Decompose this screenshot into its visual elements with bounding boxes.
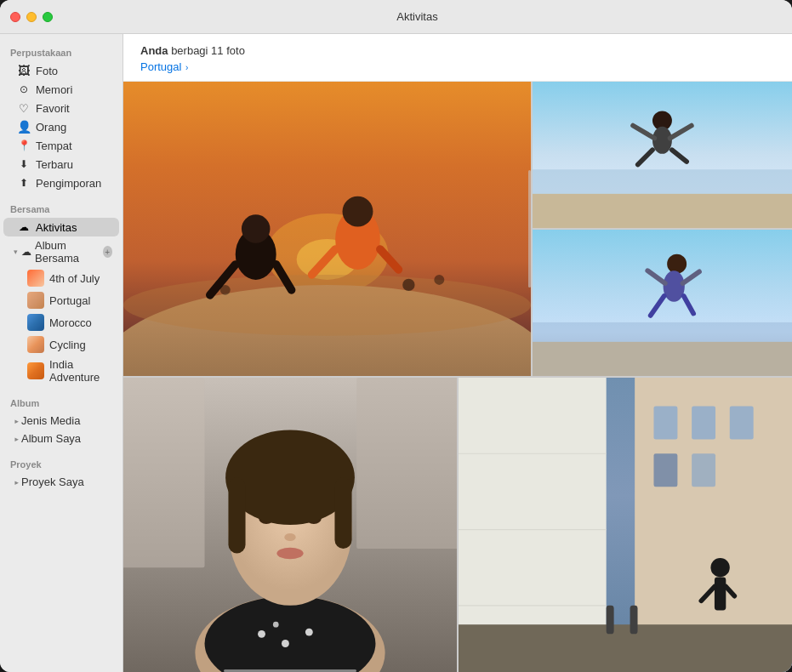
album-thumb-india	[27, 362, 44, 379]
user-name: Anda	[140, 44, 168, 57]
minimize-button[interactable]	[26, 12, 37, 22]
chevron-right-jenis-icon: ▾	[12, 419, 20, 423]
sidebar-item-orang[interactable]: 👤 Orang	[3, 117, 119, 136]
album-item-cycling[interactable]: Cycling	[3, 333, 119, 356]
titlebar: Aktivitas	[0, 0, 792, 34]
svg-rect-60	[607, 606, 614, 634]
album-link-line: Portugal ›	[140, 59, 775, 74]
sidebar-item-memori[interactable]: ⊙ Memori	[3, 80, 119, 99]
add-album-button[interactable]: +	[103, 246, 112, 258]
portrait-svg	[123, 378, 457, 672]
orang-icon: 👤	[17, 120, 31, 134]
album-thumb-portugal	[27, 292, 44, 309]
svg-point-40	[282, 640, 289, 647]
album-july-label: 4th of July	[49, 272, 100, 285]
sidebar-item-tempat[interactable]: 📍 Tempat	[3, 136, 119, 155]
svg-rect-50	[334, 477, 351, 549]
sidebar-item-favorit-label: Favorit	[36, 102, 70, 115]
favorit-icon: ♡	[17, 101, 31, 115]
svg-rect-56	[730, 406, 754, 439]
street-svg	[459, 378, 792, 672]
sidebar-item-memori-label: Memori	[36, 83, 72, 96]
svg-point-15	[220, 285, 231, 295]
photo-portrait[interactable]	[123, 378, 457, 672]
svg-rect-18	[533, 194, 792, 228]
svg-point-4	[123, 275, 531, 336]
svg-rect-63	[715, 577, 726, 610]
svg-point-39	[258, 630, 265, 638]
album-bersama-group[interactable]: ▾ ☁ Album Bersama +	[3, 236, 119, 267]
app-window: Aktivitas Perpustakaan 🖼 Foto ⊙ Memori ♡…	[0, 0, 792, 672]
proyek-section-label: Proyek	[0, 453, 123, 473]
sidebar-item-orang-label: Orang	[36, 121, 66, 134]
album-link[interactable]: Portugal	[140, 60, 181, 73]
photo-dance[interactable]	[123, 82, 531, 376]
svg-rect-59	[459, 624, 792, 672]
perpustakaan-section-label: Perpustakaan	[0, 41, 123, 61]
album-section-label: Album	[0, 391, 123, 412]
album-item-india[interactable]: India Adventure	[3, 356, 119, 386]
album-cycling-label: Cycling	[49, 339, 86, 351]
svg-point-14	[434, 275, 444, 285]
sidebar-item-aktivitas[interactable]: ☁ Aktivitas	[3, 218, 119, 236]
svg-point-42	[273, 622, 279, 628]
sidebar-item-terbaru[interactable]: ⬇ Terbaru	[3, 155, 119, 174]
chevron-right-proyek-icon: ▾	[12, 480, 20, 484]
album-bersama-icon: ☁	[21, 246, 31, 258]
svg-point-10	[343, 196, 373, 227]
dance-svg	[123, 82, 531, 376]
album-item-morocco[interactable]: Morocco	[3, 311, 119, 333]
svg-point-13	[402, 279, 414, 291]
activity-user-line: Anda berbagi 11 foto	[140, 44, 775, 57]
svg-rect-27	[533, 342, 792, 376]
album-morocco-label: Morocco	[49, 316, 92, 329]
album-thumb-cycling	[27, 336, 44, 353]
sidebar-item-pengimporan[interactable]: ⬆ Pengimporan	[3, 174, 119, 192]
proyek-saya-group[interactable]: ▾ Proyek Saya	[3, 473, 119, 491]
svg-point-47	[276, 548, 303, 559]
shared-text: berbagi 11 foto	[171, 44, 245, 57]
photo-street[interactable]	[459, 378, 792, 672]
photo-jump2[interactable]	[533, 230, 792, 376]
sidebar-item-foto[interactable]: 🖼 Foto	[3, 61, 119, 80]
main-area: Anda berbagi 11 foto Portugal ›	[123, 34, 792, 672]
main-content: Perpustakaan 🖼 Foto ⊙ Memori ♡ Favorit 👤…	[0, 34, 792, 672]
jenis-media-group[interactable]: ▾ Jenis Media	[3, 412, 119, 430]
svg-rect-61	[630, 606, 638, 634]
album-item-july[interactable]: 4th of July	[3, 267, 119, 289]
album-portugal-label: Portugal	[49, 294, 90, 307]
svg-rect-36	[356, 378, 457, 549]
sidebar-item-terbaru-label: Terbaru	[36, 158, 73, 171]
album-bersama-label: Album Bersama	[35, 239, 100, 265]
sidebar-item-favorit[interactable]: ♡ Favorit	[3, 99, 119, 117]
album-item-portugal[interactable]: Portugal	[3, 289, 119, 311]
traffic-lights	[10, 12, 53, 22]
photo-dance-bg	[123, 82, 531, 376]
album-india-label: India Adventure	[49, 358, 109, 384]
album-saya-group[interactable]: ▾ Album Saya	[3, 430, 119, 447]
svg-rect-55	[692, 406, 715, 439]
window-title: Aktivitas	[53, 10, 782, 23]
svg-point-6	[242, 214, 271, 243]
pengimporan-icon: ⬆	[17, 176, 31, 190]
svg-rect-58	[692, 453, 715, 487]
svg-rect-57	[653, 453, 677, 487]
jenis-media-label: Jenis Media	[21, 414, 80, 427]
sidebar-item-foto-label: Foto	[36, 65, 58, 77]
sidebar: Perpustakaan 🖼 Foto ⊙ Memori ♡ Favorit 👤…	[0, 34, 123, 672]
proyek-saya-label: Proyek Saya	[21, 476, 84, 488]
scroll-indicator-v	[528, 170, 531, 288]
svg-point-29	[664, 271, 685, 302]
photo-jump1[interactable]	[533, 82, 792, 228]
svg-point-46	[284, 533, 295, 541]
sidebar-item-tempat-label: Tempat	[36, 140, 72, 152]
aktivitas-icon: ☁	[17, 220, 31, 234]
jump2-svg	[533, 230, 792, 376]
memori-icon: ⊙	[17, 83, 31, 96]
bersama-section-label: Bersama	[0, 197, 123, 218]
close-button[interactable]	[10, 12, 20, 22]
foto-icon: 🖼	[17, 64, 31, 77]
svg-point-62	[710, 558, 729, 577]
chevron-right-link-icon: ›	[185, 63, 188, 72]
maximize-button[interactable]	[43, 12, 53, 22]
